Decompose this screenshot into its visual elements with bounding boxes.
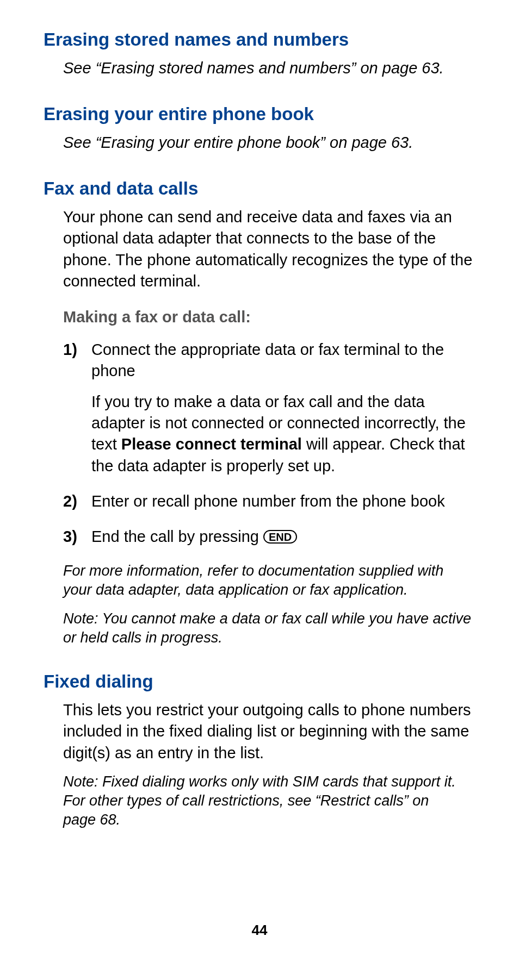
step-1-p2-bold: Please connect terminal [121, 435, 302, 453]
body-fixed-dialing: This lets you restrict your outgoing cal… [63, 700, 475, 763]
step-3-text: End the call by pressing [91, 528, 263, 545]
heading-fixed-dialing: Fixed dialing [44, 671, 475, 692]
step-3: 3) End the call by pressing END [63, 526, 475, 547]
step-number: 2) [63, 491, 77, 512]
step-1-p1: Connect the appropriate data or fax term… [91, 339, 475, 382]
body-fax-data-intro: Your phone can send and receive data and… [63, 207, 475, 292]
subheading-making-call: Making a fax or data call: [63, 308, 475, 326]
manual-page: Erasing stored names and numbers See “Er… [0, 0, 519, 980]
heading-erase-names: Erasing stored names and numbers [44, 29, 475, 50]
step-2: 2) Enter or recall phone number from the… [63, 491, 475, 512]
step-2-p1: Enter or recall phone number from the ph… [91, 491, 475, 512]
note-fixed-dialing: Note: Fixed dialing works only with SIM … [63, 772, 475, 829]
step-1: 1) Connect the appropriate data or fax t… [63, 339, 475, 477]
body-erase-book: See “Erasing your entire phone book” on … [63, 132, 444, 153]
steps-list: 1) Connect the appropriate data or fax t… [63, 339, 475, 547]
step-1-p2: If you try to make a data or fax call an… [91, 391, 475, 477]
end-key-icon: END [263, 530, 297, 544]
heading-fax-data: Fax and data calls [44, 178, 475, 199]
step-number: 1) [63, 339, 77, 360]
step-3-p1: End the call by pressing END [91, 526, 475, 547]
body-erase-names: See “Erasing stored names and numbers” o… [63, 58, 444, 79]
heading-erase-book: Erasing your entire phone book [44, 104, 475, 124]
step-number: 3) [63, 526, 77, 547]
note-active-calls: Note: You cannot make a data or fax call… [63, 609, 475, 647]
page-number: 44 [0, 922, 519, 939]
note-more-info: For more information, refer to documenta… [63, 561, 475, 600]
